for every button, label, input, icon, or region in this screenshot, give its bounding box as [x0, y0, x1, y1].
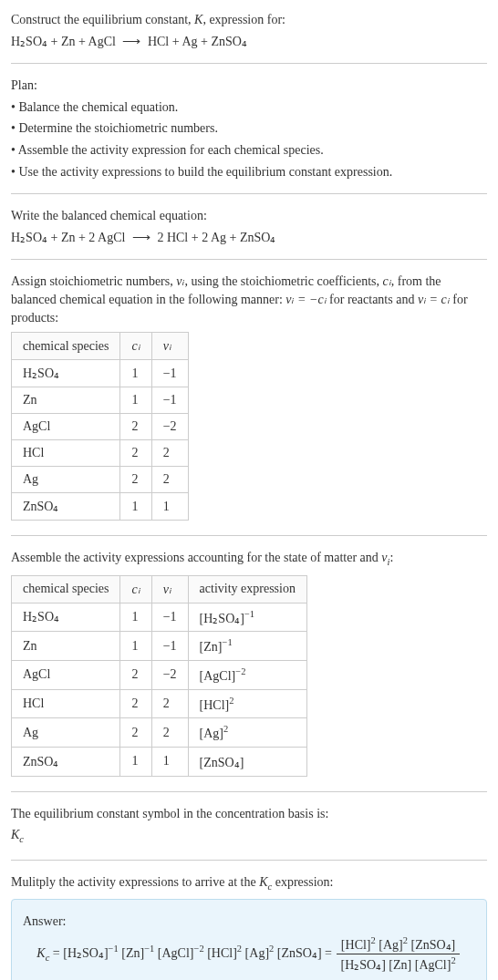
table-row: Zn1−1	[12, 387, 189, 414]
activity-heading: Assemble the activity expressions accoun…	[11, 549, 487, 569]
col-ci: cᵢ	[120, 333, 151, 360]
intro-equation: H₂SO₄ + Zn + AgCl ⟶ HCl + Ag + ZnSO₄	[11, 33, 487, 51]
multiply-heading: Mulitply the activity expressions to arr…	[11, 873, 487, 893]
plan-item-3: • Use the activity expressions to build …	[11, 163, 487, 181]
stoich-heading: Assign stoichiometric numbers, νᵢ, using…	[11, 273, 487, 326]
fraction-numerator: [HCl]2 [Ag]2 [ZnSO₄]	[337, 934, 459, 954]
table-row: AgCl2−2[AgCl]−2	[12, 660, 307, 689]
col-vi: νᵢ	[151, 575, 188, 603]
plan-item-0: • Balance the chemical equation.	[11, 98, 487, 117]
intro-line1: Construct the equilibrium constant, K, e…	[11, 11, 487, 29]
table-row: Zn1−1[Zn]−1	[12, 632, 307, 661]
table-header-row: chemical species cᵢ νᵢ activity expressi…	[12, 575, 307, 603]
table-row: Ag22	[12, 467, 189, 493]
table-row: H₂SO₄1−1[H₂SO₄]−1	[12, 603, 307, 632]
activity-section: Assemble the activity expressions accoun…	[11, 535, 487, 790]
table-row: H₂SO₄1−1	[12, 360, 189, 387]
plan-section: Plan: • Balance the chemical equation. •…	[11, 63, 487, 193]
table-row: ZnSO₄11	[12, 493, 189, 521]
symbol-section: The equilibrium constant symbol in the c…	[11, 791, 487, 860]
multiply-section: Mulitply the activity expressions to arr…	[11, 860, 487, 980]
intro-section: Construct the equilibrium constant, K, e…	[11, 11, 487, 63]
flat-term: [ZnSO₄]	[277, 946, 322, 960]
plan-heading: Plan:	[11, 77, 487, 95]
answer-label: Answer:	[23, 913, 475, 931]
arrow-icon: ⟶	[129, 231, 154, 244]
col-species: chemical species	[12, 333, 120, 360]
table-row: Ag22[Ag]2	[12, 718, 307, 748]
arrow-icon: ⟶	[119, 35, 144, 48]
flat-term: [Zn]−1	[121, 946, 154, 960]
flat-term: [AgCl]−2	[158, 946, 204, 960]
symbol-kc: Kc	[11, 826, 487, 846]
table-header-row: chemical species cᵢ νᵢ	[12, 333, 189, 360]
fraction-denominator: [H₂SO₄] [Zn] [AgCl]2	[337, 954, 459, 974]
stoich-section: Assign stoichiometric numbers, νᵢ, using…	[11, 259, 487, 535]
balanced-section: Write the balanced chemical equation: H₂…	[11, 193, 487, 259]
balanced-equation: H₂SO₄ + Zn + 2 AgCl ⟶ 2 HCl + 2 Ag + ZnS…	[11, 229, 487, 247]
balanced-left: H₂SO₄ + Zn + 2 AgCl	[11, 231, 125, 244]
plan-item-2: • Assemble the activity expression for e…	[11, 141, 487, 160]
flat-term: [Ag]2	[245, 946, 275, 960]
stoich-table: chemical species cᵢ νᵢ H₂SO₄1−1 Zn1−1 Ag…	[11, 332, 189, 521]
balanced-heading: Write the balanced chemical equation:	[11, 207, 487, 225]
table-row: ZnSO₄11[ZnSO₄]	[12, 747, 307, 776]
answer-equation: Kc = [H₂SO₄]−1 [Zn]−1 [AgCl]−2 [HCl]2 [A…	[23, 934, 475, 975]
activity-table: chemical species cᵢ νᵢ activity expressi…	[11, 575, 307, 777]
symbol-line1: The equilibrium constant symbol in the c…	[11, 805, 487, 823]
balanced-right: 2 HCl + 2 Ag + ZnSO₄	[157, 231, 275, 244]
col-activity: activity expression	[188, 575, 306, 603]
intro-eq-right: HCl + Ag + ZnSO₄	[148, 35, 247, 48]
intro-eq-left: H₂SO₄ + Zn + AgCl	[11, 35, 116, 48]
col-vi: νᵢ	[151, 333, 188, 360]
table-row: HCl22[HCl]2	[12, 689, 307, 718]
table-row: AgCl2−2	[12, 414, 189, 440]
flat-term: [H₂SO₄]−1	[63, 946, 119, 960]
col-species: chemical species	[12, 575, 120, 603]
flat-term: [HCl]2	[207, 946, 242, 960]
table-row: HCl22	[12, 440, 189, 467]
page-content: Construct the equilibrium constant, K, e…	[0, 0, 498, 980]
plan-item-1: • Determine the stoichiometric numbers.	[11, 119, 487, 138]
fraction: [HCl]2 [Ag]2 [ZnSO₄] [H₂SO₄] [Zn] [AgCl]…	[337, 934, 459, 975]
col-ci: cᵢ	[120, 575, 151, 603]
answer-box: Answer: Kc = [H₂SO₄]−1 [Zn]−1 [AgCl]−2 […	[11, 899, 487, 980]
